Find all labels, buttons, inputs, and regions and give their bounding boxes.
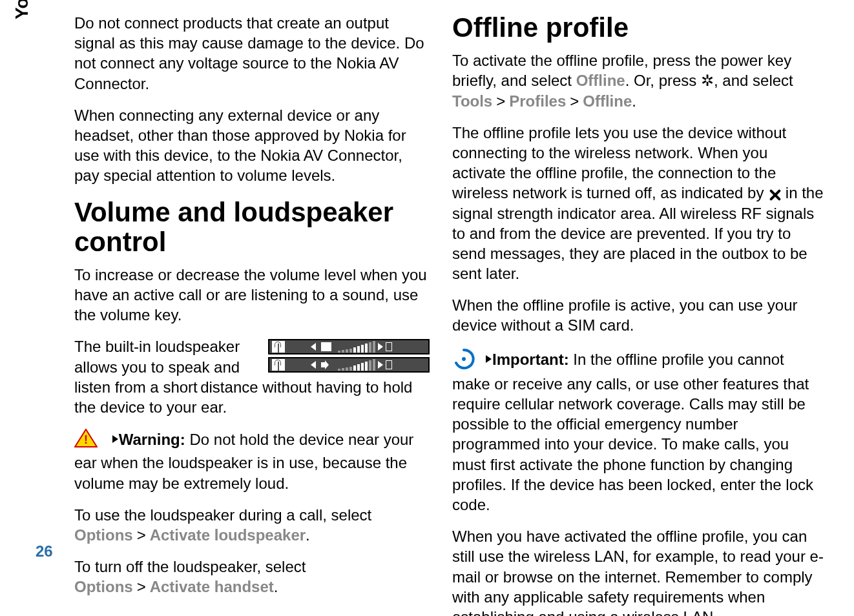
volume-dots [338, 341, 375, 353]
body-text: When connecting any external device or a… [74, 105, 430, 186]
body-text: To turn off the loudspeaker, select Opti… [74, 557, 430, 597]
arrow-right-icon [378, 343, 383, 351]
period: . [274, 578, 278, 595]
text: , and select [714, 72, 793, 89]
x-indicator-icon [768, 188, 781, 201]
body-text: To use the loudspeaker during a call, se… [74, 505, 430, 545]
sidebar: Your device 26 [0, 0, 58, 616]
loudspeaker-icon [321, 342, 331, 351]
body-text: To activate the offline profile, press t… [452, 50, 824, 111]
ui-path-options: Options [74, 526, 133, 544]
path-separator: > [496, 92, 505, 110]
text: To turn off the loudspeaker, select [74, 558, 306, 575]
ui-label-offline: Offline [576, 72, 625, 89]
volume-indicator-figure [268, 339, 430, 375]
text: . Or, press [625, 72, 701, 89]
handset-speaker-icon [321, 360, 331, 369]
volume-dots [338, 359, 375, 371]
svg-point-2 [462, 357, 466, 361]
body-text: To increase or decrease the volume level… [74, 265, 430, 325]
period: . [306, 526, 310, 544]
left-column: Do not connect products that create an o… [74, 13, 430, 609]
svg-text:!: ! [84, 433, 88, 446]
ui-path-offline: Offline [583, 92, 632, 110]
period: . [632, 92, 636, 110]
signal-icon [272, 359, 285, 371]
signal-icon [272, 341, 285, 353]
important-icon [452, 347, 475, 374]
body-text: When the offline profile is active, you … [452, 295, 824, 335]
text: To use the loudspeaker during a call, se… [74, 506, 371, 524]
section-tab: Your device [12, 0, 32, 19]
ui-path-tools: Tools [452, 92, 492, 110]
text: The offline profile lets you use the dev… [452, 124, 786, 202]
paragraph-with-figure: The built-in loudspeaker allows you to s… [74, 336, 430, 417]
arrow-right-icon [102, 431, 119, 451]
arrow-right-icon [475, 351, 492, 371]
important-label: Important: [492, 351, 573, 368]
warning-label: Warning: [119, 431, 190, 448]
warning-icon: ! [74, 429, 98, 453]
ui-path-activate-loudspeaker: Activate loudspeaker [150, 526, 306, 544]
page-number: 26 [36, 542, 53, 560]
arrow-left-icon [311, 361, 316, 369]
heading-offline: Offline profile [452, 13, 824, 43]
arrow-left-icon [311, 343, 316, 351]
right-column: Offline profile To activate the offline … [452, 13, 824, 616]
body-text: The offline profile lets you use the dev… [452, 123, 824, 284]
volume-bar-loudspeaker [268, 339, 430, 354]
body-text: Do not connect products that create an o… [74, 13, 430, 94]
end-icon [386, 360, 392, 369]
ui-path-options: Options [74, 578, 133, 595]
important-callout: Important: In the offline profile you ca… [452, 347, 824, 515]
path-separator: > [137, 526, 146, 544]
path-separator: > [137, 578, 146, 595]
warning-callout: ! Warning: Do not hold the device near y… [74, 429, 430, 493]
end-icon [386, 342, 392, 351]
volume-bar-handset [268, 357, 430, 373]
ui-path-profiles: Profiles [509, 92, 566, 110]
arrow-right-icon [378, 361, 383, 369]
ui-path-activate-handset: Activate handset [150, 578, 274, 595]
path-separator: > [570, 92, 579, 110]
body-text: When you have activated the offline prof… [452, 526, 824, 616]
heading-volume: Volume and loudspeaker control [74, 198, 430, 257]
important-text: In the offline profile you cannot make o… [452, 351, 813, 513]
menu-key-icon [701, 76, 714, 88]
